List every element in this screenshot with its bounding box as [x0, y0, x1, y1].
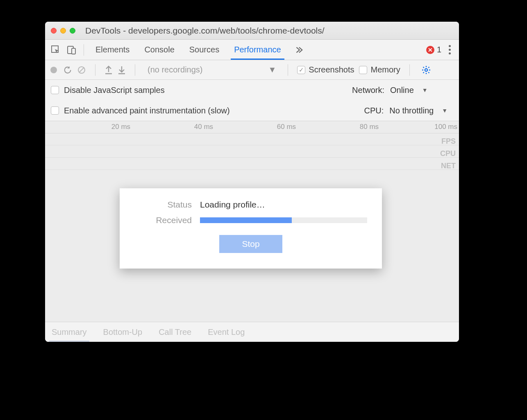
reload-icon[interactable]	[63, 65, 72, 75]
window-title: DevTools - developers.google.com/web/too…	[85, 26, 325, 36]
details-tabstrip: Summary Bottom-Up Call Tree Event Log	[45, 322, 459, 342]
settings-gear-icon[interactable]	[421, 65, 431, 75]
main-menu-icon[interactable]	[447, 43, 452, 56]
chevron-down-icon: ▼	[422, 87, 428, 93]
device-toolbar-icon[interactable]	[66, 45, 76, 55]
ruler-tick: 20 ms	[111, 123, 132, 131]
main-tabstrip: Elements Console Sources Performance ✕ 1	[45, 40, 459, 60]
checkbox-icon	[359, 66, 367, 74]
network-value: Online	[390, 86, 414, 95]
tab-event-log[interactable]: Event Log	[205, 327, 247, 337]
divider	[288, 64, 288, 76]
settings-row: Enable advanced paint instrumentation (s…	[45, 100, 459, 121]
more-tabs-icon[interactable]	[294, 45, 303, 54]
timeline-area: 20 ms 40 ms 60 ms 80 ms 100 ms FPS CPU N…	[45, 121, 459, 322]
cpu-value: No throttling	[389, 106, 434, 115]
checkbox-icon	[51, 106, 59, 115]
checkbox-icon	[51, 86, 59, 94]
error-icon: ✕	[426, 46, 434, 54]
lane-cpu: CPU	[440, 147, 456, 160]
lane-labels: FPS CPU NET	[440, 135, 456, 172]
window-titlebar: DevTools - developers.google.com/web/too…	[45, 22, 459, 40]
enable-paint-instrumentation-checkbox[interactable]: Enable advanced paint instrumentation (s…	[51, 106, 230, 115]
error-count: 1	[437, 45, 441, 54]
minimize-window-button[interactable]	[60, 28, 66, 34]
divider	[84, 44, 84, 56]
ruler-tick: 60 ms	[277, 123, 298, 131]
memory-checkbox[interactable]: Memory	[359, 65, 400, 75]
disable-js-samples-checkbox[interactable]: Disable JavaScript samples	[51, 86, 165, 95]
status-label: Status	[134, 200, 192, 210]
svg-point-3	[50, 67, 57, 73]
tab-performance[interactable]: Performance	[227, 40, 288, 60]
lane-net: NET	[440, 160, 456, 172]
svg-rect-2	[72, 48, 75, 54]
zoom-window-button[interactable]	[70, 28, 75, 34]
settings-row: Disable JavaScript samples Network: Onli…	[45, 80, 459, 100]
tab-elements[interactable]: Elements	[88, 40, 137, 60]
ruler-tick: 100 ms	[434, 123, 459, 131]
recordings-label: (no recordings)	[148, 65, 203, 75]
load-profile-icon[interactable]	[104, 65, 113, 75]
tab-summary[interactable]: Summary	[49, 327, 89, 337]
divider	[409, 64, 410, 76]
received-progressbar	[200, 217, 367, 223]
ruler-tick: 40 ms	[194, 123, 215, 131]
tab-console[interactable]: Console	[137, 40, 182, 60]
inspect-element-icon[interactable]	[51, 45, 61, 55]
received-label: Received	[134, 215, 192, 225]
progress-fill	[200, 217, 292, 223]
enable-paint-instrumentation-label: Enable advanced paint instrumentation (s…	[64, 106, 230, 115]
disable-js-samples-label: Disable JavaScript samples	[64, 86, 165, 95]
lane-fps: FPS	[440, 135, 456, 147]
clear-icon[interactable]	[77, 65, 86, 75]
cpu-label: CPU:	[364, 106, 384, 115]
stop-button[interactable]: Stop	[219, 235, 282, 253]
traffic-lights	[51, 28, 75, 34]
ruler-tick: 80 ms	[360, 123, 380, 131]
network-label: Network:	[352, 86, 384, 95]
screenshots-label: Screenshots	[309, 65, 354, 75]
recordings-select[interactable]: (no recordings) ▼	[146, 65, 279, 75]
status-value: Loading profile…	[200, 200, 265, 210]
loading-profile-dialog: Status Loading profile… Received Stop	[120, 188, 382, 269]
error-badge[interactable]: ✕ 1	[426, 45, 441, 54]
devtools-window: DevTools - developers.google.com/web/too…	[45, 22, 459, 342]
svg-point-6	[425, 68, 427, 71]
save-profile-icon[interactable]	[118, 65, 126, 75]
svg-line-5	[79, 68, 84, 72]
close-window-button[interactable]	[51, 28, 57, 34]
panel-tabs: Elements Console Sources Performance	[88, 40, 288, 60]
chevron-down-icon: ▼	[268, 65, 277, 75]
divider	[135, 64, 135, 76]
divider	[95, 64, 95, 76]
chevron-down-icon: ▼	[442, 107, 447, 114]
memory-label: Memory	[370, 65, 400, 75]
capture-settings: Disable JavaScript samples Network: Onli…	[45, 80, 459, 121]
tab-sources[interactable]: Sources	[182, 40, 227, 60]
network-select[interactable]: Online ▼	[390, 86, 447, 95]
tab-bottom-up[interactable]: Bottom-Up	[101, 327, 145, 337]
inspect-tools	[49, 45, 80, 55]
screenshots-checkbox[interactable]: Screenshots	[297, 65, 354, 75]
tabstrip-right: ✕ 1	[426, 43, 455, 56]
cpu-select[interactable]: No throttling ▼	[389, 106, 447, 115]
performance-toolbar: (no recordings) ▼ Screenshots Memory	[45, 60, 459, 80]
lane-grid	[45, 133, 459, 174]
time-ruler: 20 ms 40 ms 60 ms 80 ms 100 ms	[45, 121, 459, 133]
record-icon[interactable]	[49, 65, 58, 75]
tab-call-tree[interactable]: Call Tree	[156, 327, 194, 337]
checkbox-icon	[297, 66, 305, 74]
